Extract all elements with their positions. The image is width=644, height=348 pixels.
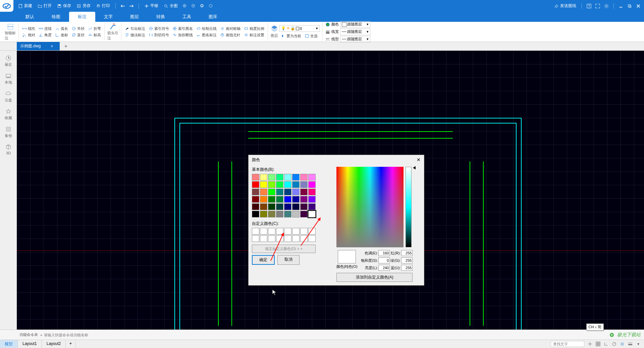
basic-swatch[interactable] xyxy=(276,211,283,217)
basic-swatch[interactable] xyxy=(276,196,283,203)
custom-swatch[interactable] xyxy=(260,228,267,235)
custom-swatch[interactable] xyxy=(252,235,259,242)
menu-layer[interactable]: 图层 xyxy=(121,12,148,22)
custom-swatch[interactable] xyxy=(268,228,275,235)
basic-swatch[interactable] xyxy=(284,174,291,181)
basic-swatch[interactable] xyxy=(252,211,259,217)
basic-swatch[interactable] xyxy=(308,196,316,203)
color-selector[interactable]: 跟随图层▾ xyxy=(340,21,370,28)
basic-swatch[interactable] xyxy=(284,196,291,203)
new-button[interactable]: 新建 xyxy=(17,2,34,9)
layer-button[interactable] xyxy=(271,25,278,32)
custom-swatch[interactable] xyxy=(308,235,316,242)
add-layout-button[interactable]: + xyxy=(66,340,75,348)
sidebar-backup[interactable]: 备份 xyxy=(2,124,15,140)
basic-swatch[interactable] xyxy=(308,203,316,210)
basic-swatch[interactable] xyxy=(300,203,308,210)
arc-dim-button[interactable]: 弧长 xyxy=(54,26,69,32)
basic-swatch[interactable] xyxy=(300,196,308,203)
index-name-button[interactable]: 索引图名 xyxy=(172,26,194,32)
basic-swatch[interactable] xyxy=(252,203,259,210)
diameter-dim-button[interactable]: 直径 xyxy=(71,32,85,38)
smart-dim-label[interactable]: 智能标注 xyxy=(5,31,16,41)
linetype-selector[interactable]: 跟随图层▾ xyxy=(340,36,370,43)
custom-swatch[interactable] xyxy=(268,235,275,242)
sidebar-3d[interactable]: 3D xyxy=(2,142,15,157)
basic-swatch[interactable] xyxy=(276,189,283,195)
print-button[interactable]: 打印 xyxy=(95,2,111,9)
layout1-tab[interactable]: Layout1 xyxy=(18,340,42,348)
basic-swatch[interactable] xyxy=(276,203,283,210)
lineweight-toggle[interactable] xyxy=(627,341,634,347)
radius-dim-button[interactable]: 半径 xyxy=(71,26,85,32)
document-tab-active[interactable]: 示例图.dwg × xyxy=(17,42,60,50)
zoom-out-button[interactable] xyxy=(191,3,197,9)
index-symbol-button[interactable]: 索引符号 xyxy=(148,26,170,32)
snap-toggle[interactable] xyxy=(586,341,594,347)
red-input[interactable] xyxy=(401,250,413,256)
basic-swatch[interactable] xyxy=(300,211,308,217)
open-button[interactable]: 打开 xyxy=(36,2,53,9)
basic-swatch[interactable] xyxy=(284,211,291,217)
settings-button[interactable] xyxy=(603,3,609,9)
zoom-window-button[interactable] xyxy=(199,3,205,9)
drawing-canvas[interactable]: 弱电平面图 1:100 颜色 ✕ 基本颜色(B): 自定义颜色(C): 规定自定… xyxy=(17,51,644,330)
luminance-slider[interactable] xyxy=(406,167,412,247)
method-note-button[interactable]: 做法标注 xyxy=(124,32,146,38)
basic-swatch[interactable] xyxy=(276,174,283,181)
sidebar-local[interactable]: 本地 xyxy=(2,70,15,87)
precision-button[interactable]: 精度比例 xyxy=(243,26,265,32)
model-tab[interactable]: 模型 xyxy=(0,340,18,348)
cloud-button[interactable]: 绘制云线 xyxy=(196,26,217,32)
basic-swatch[interactable] xyxy=(260,211,267,217)
basic-swatch[interactable] xyxy=(260,189,267,195)
section-symbol-button[interactable]: 剖切符号 xyxy=(148,32,170,38)
undo-button[interactable] xyxy=(120,3,126,9)
layer-selector[interactable]: 💡 ☀ 🔒 0 ▾ xyxy=(279,25,320,32)
more-toggle[interactable]: ▾ xyxy=(635,341,642,347)
custom-swatch[interactable] xyxy=(292,228,300,235)
basic-swatch[interactable] xyxy=(292,181,300,188)
ortho-toggle[interactable] xyxy=(602,341,610,347)
polar-toggle[interactable] xyxy=(610,341,618,347)
continuous-dim-button[interactable]: 连续 xyxy=(38,26,52,32)
osnap-toggle[interactable] xyxy=(619,341,626,347)
basic-swatch[interactable] xyxy=(252,189,259,195)
zoom-all-button[interactable]: 全图 xyxy=(162,2,179,9)
redo-button[interactable] xyxy=(128,3,135,9)
help-button[interactable]: ? xyxy=(586,3,592,9)
basic-swatch[interactable] xyxy=(308,211,316,217)
break-line-button[interactable]: 加折断线 xyxy=(172,32,194,38)
basic-swatch[interactable] xyxy=(300,189,308,195)
basic-swatch[interactable] xyxy=(292,203,300,210)
maximize-button[interactable] xyxy=(627,3,633,9)
custom-swatch[interactable] xyxy=(260,235,267,242)
basic-swatch[interactable] xyxy=(284,181,291,188)
basic-swatch[interactable] xyxy=(308,181,316,188)
basic-swatch[interactable] xyxy=(260,196,267,203)
basic-swatch[interactable] xyxy=(308,189,316,195)
menu-draw[interactable]: 绘图 xyxy=(43,12,69,22)
saveas-button[interactable]: 另存 xyxy=(75,2,92,9)
custom-swatch[interactable] xyxy=(284,235,291,242)
dim-settings-button[interactable]: 标注设置 xyxy=(243,32,265,38)
send-drawing-button[interactable]: 发送图纸 xyxy=(553,2,578,9)
green-input[interactable] xyxy=(401,257,413,263)
menu-tools[interactable]: 工具 xyxy=(174,12,200,22)
menu-library[interactable]: 图库 xyxy=(200,12,226,22)
close-tab-button[interactable]: × xyxy=(51,44,53,49)
basic-swatch[interactable] xyxy=(284,203,291,210)
leader-note-button[interactable]: 引出标注 xyxy=(124,26,146,32)
basic-swatch[interactable] xyxy=(292,189,300,195)
bend-dim-button[interactable]: 折弯 xyxy=(87,26,102,32)
basic-swatch[interactable] xyxy=(268,203,275,210)
color-spectrum[interactable] xyxy=(336,167,404,247)
grid-toggle[interactable] xyxy=(594,341,602,347)
minimize-button[interactable] xyxy=(618,3,624,9)
command-input[interactable] xyxy=(43,332,644,338)
blue-input[interactable] xyxy=(401,265,413,271)
lum-input[interactable] xyxy=(378,265,390,271)
custom-swatch[interactable] xyxy=(252,228,259,235)
basic-swatch[interactable] xyxy=(252,181,259,188)
zoom-extents-button[interactable] xyxy=(208,3,214,9)
